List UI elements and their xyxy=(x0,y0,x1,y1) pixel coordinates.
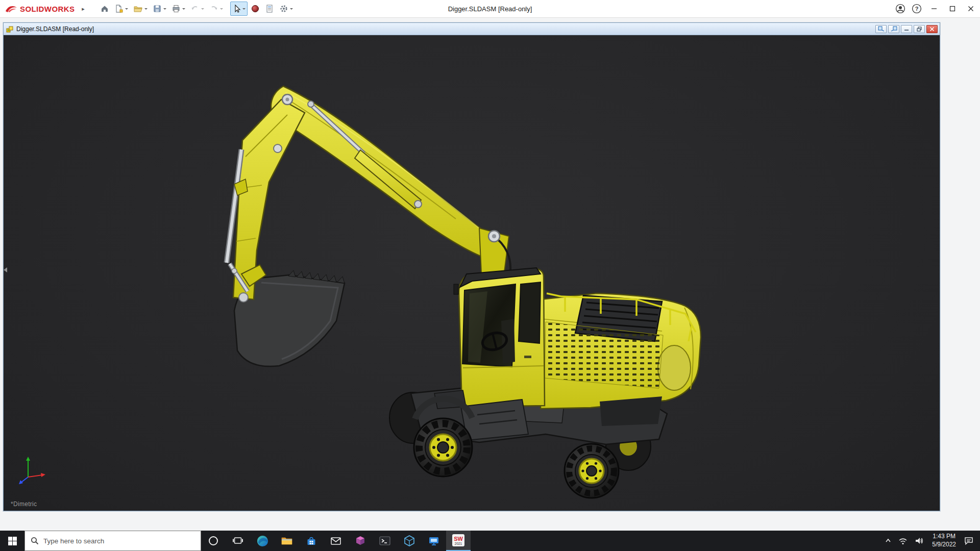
taskbar: SW 2021 xyxy=(0,531,980,551)
file-properties-icon xyxy=(265,4,274,13)
taskbar-app-edrawings[interactable] xyxy=(397,531,422,551)
action-center-button[interactable] xyxy=(961,531,977,551)
taskbar-app-file-explorer[interactable] xyxy=(275,531,299,551)
save-icon xyxy=(153,4,162,13)
excavator-stick[interactable] xyxy=(233,99,305,299)
minimize-icon xyxy=(931,6,937,12)
chevron-down-icon xyxy=(201,8,204,11)
excavator-3d-model[interactable] xyxy=(4,35,940,511)
excavator-cab[interactable] xyxy=(454,268,545,407)
document-titlebar[interactable]: Digger.SLDASM [Read-only] xyxy=(4,23,940,35)
window-tile-left-icon xyxy=(878,26,885,32)
help-icon: ? xyxy=(912,4,922,14)
edrawings-cube-icon xyxy=(403,535,415,547)
edge-icon xyxy=(256,535,269,547)
save-button[interactable] xyxy=(151,2,168,16)
taskbar-app-edge[interactable] xyxy=(250,531,275,551)
chevron-down-icon xyxy=(182,8,185,11)
minimize-icon xyxy=(904,27,909,31)
options-button[interactable] xyxy=(277,2,295,16)
view-orientation-triad[interactable] xyxy=(17,453,50,487)
solidworks-logo: SOLIDWORKS xyxy=(0,5,79,13)
taskbar-app-store[interactable] xyxy=(299,531,324,551)
featuremanager-collapse-arrow[interactable] xyxy=(1,267,7,272)
windows-logo-icon xyxy=(8,537,17,545)
appearance-button[interactable] xyxy=(249,2,262,16)
taskbar-app-3d-viewer[interactable] xyxy=(348,531,373,551)
undo-button[interactable] xyxy=(188,2,206,16)
document-window-controls xyxy=(875,25,938,33)
document-close-button[interactable] xyxy=(926,25,938,33)
triad-axes-icon xyxy=(17,453,50,485)
store-icon xyxy=(305,535,317,547)
help-button[interactable]: ? xyxy=(909,0,925,18)
cortana-button[interactable] xyxy=(201,531,226,551)
start-button[interactable] xyxy=(0,531,24,551)
view-orientation-label: *Dimetric xyxy=(11,500,37,508)
wifi-icon xyxy=(898,537,908,545)
select-tool-button[interactable] xyxy=(230,2,248,16)
screen: SOLIDWORKS ▸ xyxy=(0,0,980,551)
chevron-down-icon xyxy=(125,8,128,11)
app-titlebar[interactable]: SOLIDWORKS ▸ xyxy=(0,0,980,18)
select-cursor-icon xyxy=(232,4,241,13)
window-layout-button-left[interactable] xyxy=(875,25,887,33)
taskbar-app-mail[interactable] xyxy=(324,531,348,551)
excavator-body[interactable] xyxy=(541,293,701,426)
open-button[interactable] xyxy=(131,2,150,16)
search-input[interactable] xyxy=(43,537,195,545)
terminal-icon xyxy=(379,535,391,547)
taskbar-search[interactable] xyxy=(24,531,201,551)
home-button[interactable] xyxy=(98,2,111,16)
selection-toolbar xyxy=(230,2,295,16)
file-properties-button[interactable] xyxy=(263,2,276,16)
taskbar-clock[interactable]: 1:43 PM 5/9/2022 xyxy=(927,533,961,548)
excavator-rear-wheel[interactable] xyxy=(565,444,619,498)
action-center-icon xyxy=(964,536,973,545)
close-icon xyxy=(968,6,974,12)
volume-button[interactable] xyxy=(911,531,927,551)
maximize-button[interactable] xyxy=(943,0,962,18)
app-window-title: Digger.SLDASM [Read-only] xyxy=(448,5,532,13)
close-button[interactable] xyxy=(962,0,980,18)
chevron-down-icon xyxy=(220,8,223,11)
print-button[interactable] xyxy=(169,2,187,16)
document-restore-button[interactable] xyxy=(914,25,925,33)
minimize-button[interactable] xyxy=(925,0,943,18)
taskbar-app-solidworks[interactable]: SW 2021 xyxy=(446,531,471,551)
svg-text:SW: SW xyxy=(454,536,463,542)
new-document-button[interactable] xyxy=(112,2,130,16)
network-button[interactable] xyxy=(895,531,911,551)
svg-text:?: ? xyxy=(915,6,919,12)
chevron-down-icon xyxy=(290,8,293,11)
taskbar-app-terminal[interactable] xyxy=(373,531,397,551)
chevron-down-icon xyxy=(242,8,246,11)
task-view-button[interactable] xyxy=(226,531,250,551)
maximize-icon xyxy=(949,6,955,12)
chevron-down-icon xyxy=(144,8,148,11)
window-layout-button-right[interactable] xyxy=(888,25,899,33)
solidworks-logo-text: SOLIDWORKS xyxy=(20,5,75,13)
restore-icon xyxy=(917,27,922,32)
undo-icon xyxy=(190,4,200,13)
document-window: Digger.SLDASM [Read-only] xyxy=(3,22,940,511)
document-minimize-button[interactable] xyxy=(901,25,912,33)
appearance-sphere-icon xyxy=(251,4,260,13)
task-view-icon xyxy=(233,536,243,546)
graphics-viewport[interactable]: *Dimetric xyxy=(4,35,940,511)
mail-icon xyxy=(330,535,342,547)
hidden-icons-button[interactable] xyxy=(881,531,895,551)
toolbar-expand-arrow[interactable]: ▸ xyxy=(79,6,88,12)
chevron-up-icon xyxy=(885,538,891,544)
taskbar-app-remote-desktop[interactable] xyxy=(422,531,446,551)
excavator-front-wheel[interactable] xyxy=(414,418,472,477)
account-button[interactable] xyxy=(892,0,909,18)
search-icon xyxy=(31,537,39,545)
close-icon xyxy=(929,27,935,32)
print-icon xyxy=(172,4,181,13)
titlebar-right-controls: ? xyxy=(892,0,980,17)
redo-button[interactable] xyxy=(207,2,225,16)
clock-date: 5/9/2022 xyxy=(932,541,956,549)
clock-time: 1:43 PM xyxy=(933,533,955,541)
system-tray: 1:43 PM 5/9/2022 xyxy=(881,531,980,551)
